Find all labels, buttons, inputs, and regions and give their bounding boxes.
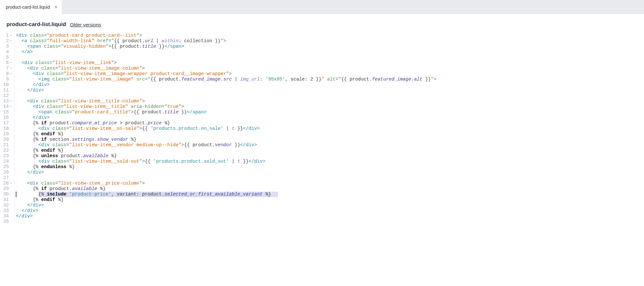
line-number[interactable]: 27 <box>3 175 12 181</box>
line-number[interactable]: 14▾ <box>3 104 12 110</box>
code-line[interactable]: <div class="list-view-item__title" aria-… <box>16 104 436 110</box>
text-cursor <box>16 192 16 197</box>
line-number[interactable]: 6▾ <box>3 60 12 66</box>
line-number[interactable]: 12 <box>3 93 12 99</box>
line-number[interactable]: 3 <box>3 44 12 49</box>
line-number[interactable]: 10 <box>3 82 12 88</box>
file-tab[interactable]: product-card-list.liquid × <box>0 0 62 14</box>
code-line[interactable]: {% if product.compare_at_price > product… <box>16 120 436 126</box>
close-icon[interactable]: × <box>54 5 57 10</box>
code-line[interactable]: <div class="list-view-item__title-column… <box>16 99 436 104</box>
code-line[interactable]: {% if product.available %} <box>16 186 436 192</box>
code-line[interactable]: </div> <box>16 170 436 175</box>
line-number[interactable]: 26 <box>3 170 12 175</box>
file-header: product-card-list.liquid Older versions <box>0 14 644 33</box>
code-line[interactable]: <div class="list-view-item__on-sale">{{ … <box>16 126 436 131</box>
code-line[interactable] <box>16 55 436 60</box>
fold-icon[interactable]: ▾ <box>9 66 12 71</box>
line-number[interactable]: 30 <box>3 192 12 197</box>
code-line[interactable]: </div> <box>16 208 436 214</box>
line-number[interactable]: 16 <box>3 115 12 120</box>
code-line[interactable] <box>16 219 436 224</box>
line-number[interactable]: 23 <box>3 153 12 159</box>
code-line[interactable]: </div> <box>16 203 436 208</box>
line-number[interactable]: 11 <box>3 88 12 93</box>
line-number[interactable]: 24 <box>3 159 12 164</box>
fold-icon[interactable]: ▾ <box>9 33 12 38</box>
file-title: product-card-list.liquid <box>6 21 66 28</box>
code-line[interactable]: <div class="product-card product-card--l… <box>16 33 436 38</box>
code-editor[interactable]: 1▾2▾3456▾7▾8▾910111213▾14▾15161718192021… <box>0 33 644 224</box>
code-line[interactable] <box>16 93 436 99</box>
code-line[interactable]: {% unless product.available %} <box>16 153 436 159</box>
code-line[interactable]: <img class="list-view-item__image" src="… <box>16 77 436 82</box>
line-number[interactable]: 25 <box>3 164 12 170</box>
code-line[interactable]: {% include 'product-price', variant: pro… <box>16 192 436 197</box>
line-number[interactable]: 9 <box>3 77 12 82</box>
code-line[interactable]: </div> <box>16 88 436 93</box>
code-line[interactable]: <div class="list-view-item__price-column… <box>16 181 436 186</box>
line-number[interactable]: 4 <box>3 49 12 55</box>
line-number[interactable]: 19 <box>3 131 12 137</box>
code-line[interactable]: {% endif %} <box>16 197 436 203</box>
fold-icon[interactable]: ▾ <box>9 181 12 186</box>
code-area[interactable]: <div class="product-card product-card--l… <box>14 33 436 224</box>
line-number[interactable]: 35 <box>3 219 12 224</box>
line-number[interactable]: 34 <box>3 214 12 219</box>
code-line[interactable] <box>16 175 436 181</box>
line-number[interactable]: 5 <box>3 55 12 60</box>
code-line[interactable]: </div> <box>16 115 436 120</box>
code-line[interactable]: {% endunless %} <box>16 164 436 170</box>
tab-bar: product-card-list.liquid × <box>0 0 644 14</box>
code-line[interactable]: <div class="list-view-item__vendor mediu… <box>16 142 436 148</box>
code-line[interactable]: {% endif %} <box>16 131 436 137</box>
code-line[interactable]: {% if section.settings.show_vendor %} <box>16 137 436 142</box>
fold-icon[interactable]: ▾ <box>9 60 12 66</box>
code-line[interactable]: <div class="list-view-item__link"> <box>16 60 436 66</box>
code-line[interactable]: <div class="list-view-item__sold-out">{{… <box>16 159 436 164</box>
line-number[interactable]: 21 <box>3 142 12 148</box>
line-number[interactable]: 29 <box>3 186 12 192</box>
fold-icon[interactable]: ▾ <box>9 38 12 44</box>
fold-icon[interactable]: ▾ <box>9 104 12 110</box>
line-number[interactable]: 32 <box>3 203 12 208</box>
code-line[interactable]: </a> <box>16 49 436 55</box>
code-line[interactable]: <span class="visually-hidden">{{ product… <box>16 44 436 49</box>
line-number[interactable]: 33 <box>3 208 12 214</box>
code-line[interactable]: <div class="list-view-item__image-column… <box>16 66 436 71</box>
line-number[interactable]: 8▾ <box>3 71 12 77</box>
code-line[interactable]: <a class="full-width-link" href="{{ prod… <box>16 38 436 44</box>
code-line[interactable]: {% endif %} <box>16 148 436 153</box>
tab-filename: product-card-list.liquid <box>6 5 50 10</box>
line-number[interactable]: 1▾ <box>3 33 12 38</box>
line-number[interactable]: 18 <box>3 126 12 131</box>
line-number[interactable]: 7▾ <box>3 66 12 71</box>
code-line[interactable]: </div> <box>16 82 436 88</box>
code-line[interactable]: </div> <box>16 214 436 219</box>
older-versions-link[interactable]: Older versions <box>70 22 101 27</box>
line-number[interactable]: 17 <box>3 120 12 126</box>
code-line[interactable]: <span class="product-card__title">{{ pro… <box>16 110 436 115</box>
line-number[interactable]: 20 <box>3 137 12 142</box>
line-gutter: 1▾2▾3456▾7▾8▾910111213▾14▾15161718192021… <box>0 33 14 224</box>
line-number[interactable]: 31 <box>3 197 12 203</box>
line-number[interactable]: 22 <box>3 148 12 153</box>
code-line[interactable]: <div class="list-view-item__image-wrappe… <box>16 71 436 77</box>
line-number[interactable]: 13▾ <box>3 99 12 104</box>
fold-icon[interactable]: ▾ <box>9 71 12 77</box>
fold-icon[interactable]: ▾ <box>9 99 12 104</box>
line-number[interactable]: 15 <box>3 110 12 115</box>
line-number[interactable]: 28▾ <box>3 181 12 186</box>
line-number[interactable]: 2▾ <box>3 38 12 44</box>
